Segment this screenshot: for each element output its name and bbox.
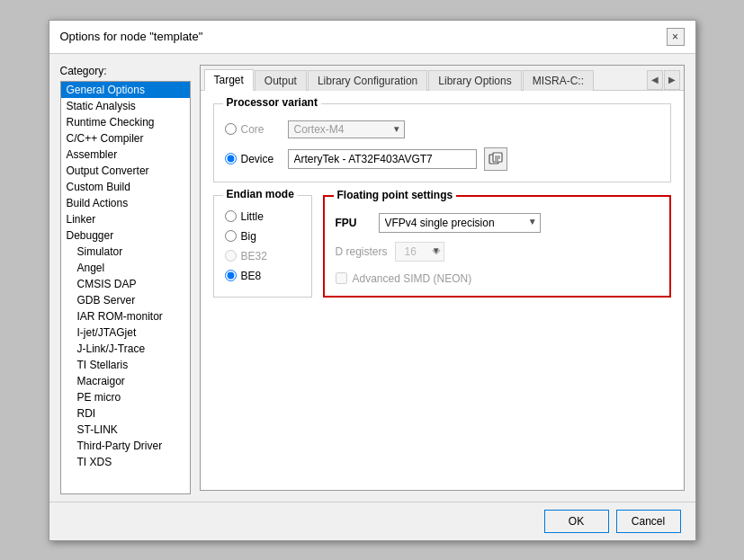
tab-content-target: Processor variant Core Cortex-M4 ▾ (201, 91, 684, 490)
endian-be8-radio[interactable] (225, 270, 237, 281)
endian-little-label: Little (241, 210, 264, 223)
device-label: Device (241, 153, 274, 165)
endian-be32-radio (225, 250, 237, 262)
sidebar-item-st-link[interactable]: ST-LINK (61, 422, 190, 438)
d-reg-select-wrapper: 16 ▾ (395, 242, 444, 262)
core-radio[interactable] (225, 123, 237, 135)
sidebar-item-debugger[interactable]: Debugger (61, 227, 190, 244)
sidebar-item-iar-rom-monitor[interactable]: IAR ROM-monitor (61, 308, 190, 324)
core-label: Core (241, 123, 264, 136)
sidebar-item-angel[interactable]: Angel (61, 260, 190, 276)
device-row: Device (225, 147, 659, 171)
core-radio-label: Core (225, 123, 281, 136)
device-radio-label: Device (225, 153, 281, 165)
dialog-footer: OK Cancel (49, 502, 695, 540)
endian-be8-row: BE8 (225, 270, 300, 282)
simd-label: Advanced SIMD (NEON) (353, 272, 472, 285)
processor-variant-legend: Processor variant (223, 96, 321, 109)
sidebar-item-ti-xds[interactable]: TI XDS (61, 454, 190, 470)
device-input[interactable] (288, 149, 477, 169)
sidebar-item-runtime-checking[interactable]: Runtime Checking (61, 114, 190, 130)
sidebar-item-third-party-driver[interactable]: Third-Party Driver (61, 438, 190, 454)
floating-point-legend: Floating point settings (334, 189, 457, 201)
category-list: General OptionsStatic AnalysisRuntime Ch… (60, 81, 191, 494)
endian-little-radio[interactable] (225, 210, 237, 222)
sidebar-item-cpp-compiler[interactable]: C/C++ Compiler (61, 130, 190, 147)
fpu-select-wrapper: VFPv4 single precision None VFPv4 double… (379, 213, 541, 233)
endian-be32-row: BE32 (225, 250, 300, 262)
ok-button[interactable]: OK (544, 510, 609, 533)
tab-target[interactable]: Target (204, 69, 254, 91)
endian-big-label: Big (241, 230, 256, 243)
d-registers-select: 16 (395, 242, 444, 262)
close-button[interactable]: × (667, 28, 685, 46)
device-radio[interactable] (225, 153, 237, 164)
core-select-wrapper: Cortex-M4 ▾ (288, 120, 405, 138)
processor-variant-group: Processor variant Core Cortex-M4 ▾ (213, 103, 671, 182)
tab-output[interactable]: Output (255, 70, 307, 91)
sidebar-item-rdi[interactable]: RDI (61, 405, 190, 422)
sidebar-item-custom-build[interactable]: Custom Build (61, 179, 190, 195)
fpu-select[interactable]: VFPv4 single precision None VFPv4 double… (379, 213, 541, 233)
sidebar-item-ti-stellaris[interactable]: TI Stellaris (61, 357, 190, 373)
dialog-body: Category: General OptionsStatic Analysis… (49, 54, 695, 502)
endian-little-row: Little (225, 210, 300, 223)
fpu-row: FPU VFPv4 single precision None VFPv4 do… (336, 213, 659, 233)
sidebar-item-general-options[interactable]: General Options (61, 82, 190, 98)
endian-be32-label: BE32 (241, 250, 267, 262)
browse-icon (489, 152, 503, 166)
sidebar-item-gdb-server[interactable]: GDB Server (61, 292, 190, 308)
title-bar: Options for node "template" × (49, 21, 695, 54)
sidebar: Category: General OptionsStatic Analysis… (60, 65, 191, 491)
tab-next-button[interactable]: ▶ (664, 70, 680, 90)
sidebar-item-pe-micro[interactable]: PE micro (61, 389, 190, 405)
endian-big-row: Big (225, 230, 300, 243)
endian-mode-group: Endian mode Little Big BE32 (213, 195, 312, 298)
tab-prev-button[interactable]: ◀ (647, 70, 663, 90)
floating-point-group: Floating point settings FPU VFPv4 single… (323, 195, 671, 298)
core-row: Core Cortex-M4 ▾ (225, 120, 659, 138)
category-label: Category: (60, 65, 191, 77)
sidebar-item-build-actions[interactable]: Build Actions (61, 195, 190, 211)
simd-row: Advanced SIMD (NEON) (336, 272, 659, 285)
core-select[interactable]: Cortex-M4 (288, 120, 405, 138)
d-registers-row: D registers 16 ▾ (336, 242, 659, 262)
sidebar-item-assembler[interactable]: Assembler (61, 147, 190, 163)
device-browse-button[interactable] (484, 147, 507, 171)
endian-be8-label: BE8 (241, 270, 262, 282)
sidebar-item-linker[interactable]: Linker (61, 211, 190, 227)
dialog-title: Options for node "template" (60, 30, 203, 43)
endian-big-radio[interactable] (225, 230, 237, 242)
tab-library-options[interactable]: Library Options (428, 70, 521, 91)
d-registers-label: D registers (336, 245, 388, 258)
sidebar-item-static-analysis[interactable]: Static Analysis (61, 98, 190, 114)
tabs-bar: Target Output Library Configuration Libr… (201, 66, 684, 91)
tab-misra[interactable]: MISRA-C:: (523, 70, 594, 91)
sidebar-item-simulator[interactable]: Simulator (61, 244, 190, 260)
main-panel: Target Output Library Configuration Libr… (200, 65, 685, 491)
sidebar-item-output-converter[interactable]: Output Converter (61, 163, 190, 179)
sidebar-item-cmsis-dap[interactable]: CMSIS DAP (61, 276, 190, 292)
tab-overflow-nav: ◀ ▶ (647, 70, 680, 90)
cancel-button[interactable]: Cancel (616, 510, 681, 533)
sidebar-item-j-link[interactable]: J-Link/J-Trace (61, 341, 190, 357)
sidebar-item-macraigor[interactable]: Macraigor (61, 373, 190, 389)
lower-sections: Endian mode Little Big BE32 (213, 195, 671, 298)
endian-mode-legend: Endian mode (223, 188, 298, 200)
sidebar-item-i-jet[interactable]: I-jet/JTAGjet (61, 324, 190, 341)
options-dialog: Options for node "template" × Category: … (49, 20, 696, 541)
tab-library-configuration[interactable]: Library Configuration (308, 70, 427, 91)
fpu-label: FPU (336, 217, 372, 229)
simd-checkbox (336, 272, 347, 284)
